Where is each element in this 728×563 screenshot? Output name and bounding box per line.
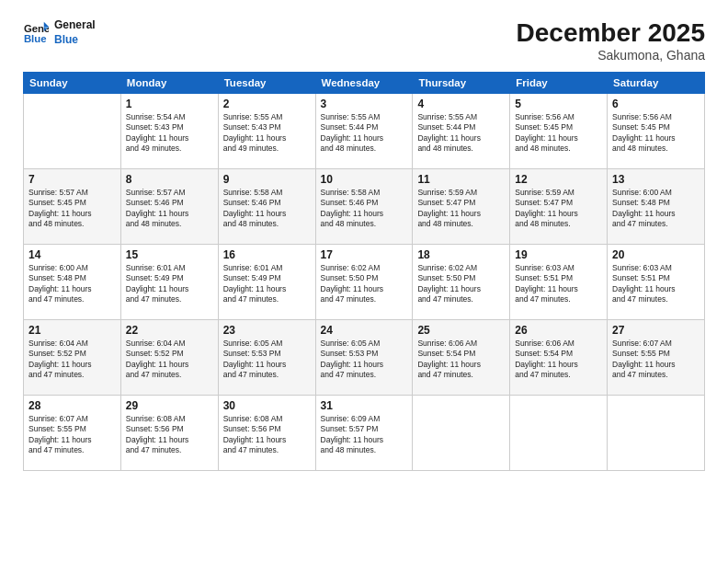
cell-info: Sunrise: 6:06 AM Sunset: 5:54 PM Dayligh…	[515, 339, 602, 381]
cell-info: Sunrise: 6:07 AM Sunset: 5:55 PM Dayligh…	[612, 339, 700, 381]
date-number: 6	[612, 98, 700, 110]
cell-info: Sunrise: 6:09 AM Sunset: 5:57 PM Dayligh…	[321, 414, 408, 456]
cell-info: Sunrise: 6:00 AM Sunset: 5:48 PM Dayligh…	[612, 188, 700, 230]
calendar-cell: 23Sunrise: 6:05 AM Sunset: 5:53 PM Dayli…	[218, 320, 315, 396]
cell-info: Sunrise: 6:03 AM Sunset: 5:51 PM Dayligh…	[612, 263, 700, 305]
logo-line1: General	[54, 18, 96, 33]
day-header-friday: Friday	[510, 73, 608, 94]
logo-icon: General Blue	[23, 20, 49, 46]
calendar-cell	[413, 396, 510, 471]
day-header-sunday: Sunday	[24, 73, 121, 94]
calendar-cell: 13Sunrise: 6:00 AM Sunset: 5:48 PM Dayli…	[608, 169, 705, 245]
calendar-cell: 31Sunrise: 6:09 AM Sunset: 5:57 PM Dayli…	[315, 396, 413, 471]
calendar-cell: 24Sunrise: 6:05 AM Sunset: 5:53 PM Dayli…	[315, 320, 413, 396]
cell-info: Sunrise: 5:54 AM Sunset: 5:43 PM Dayligh…	[126, 112, 213, 155]
date-number: 20	[612, 248, 700, 261]
date-number: 14	[28, 248, 116, 261]
cell-info: Sunrise: 6:02 AM Sunset: 5:50 PM Dayligh…	[321, 263, 408, 305]
calendar-week-4: 21Sunrise: 6:04 AM Sunset: 5:52 PM Dayli…	[24, 320, 705, 396]
date-number: 29	[126, 399, 213, 412]
date-number: 27	[612, 324, 700, 337]
title-block: December 2025 Sakumona, Ghana	[517, 18, 705, 63]
calendar-cell: 9Sunrise: 5:58 AM Sunset: 5:46 PM Daylig…	[218, 169, 315, 245]
cell-info: Sunrise: 6:07 AM Sunset: 5:55 PM Dayligh…	[28, 414, 116, 456]
calendar-cell: 21Sunrise: 6:04 AM Sunset: 5:52 PM Dayli…	[24, 320, 121, 396]
cell-info: Sunrise: 6:05 AM Sunset: 5:53 PM Dayligh…	[223, 339, 311, 381]
cell-info: Sunrise: 5:55 AM Sunset: 5:44 PM Dayligh…	[417, 112, 505, 155]
date-number: 12	[515, 173, 602, 186]
day-header-thursday: Thursday	[413, 73, 510, 94]
date-number: 15	[126, 248, 213, 261]
cell-info: Sunrise: 5:57 AM Sunset: 5:46 PM Dayligh…	[126, 188, 213, 230]
day-header-monday: Monday	[120, 73, 218, 94]
cell-info: Sunrise: 6:04 AM Sunset: 5:52 PM Dayligh…	[126, 339, 213, 381]
calendar-cell: 27Sunrise: 6:07 AM Sunset: 5:55 PM Dayli…	[608, 320, 705, 396]
calendar-cell: 10Sunrise: 5:58 AM Sunset: 5:46 PM Dayli…	[315, 169, 413, 245]
date-number: 16	[223, 248, 311, 261]
date-number: 31	[321, 399, 408, 412]
calendar-body: 1Sunrise: 5:54 AM Sunset: 5:43 PM Daylig…	[24, 94, 705, 471]
date-number: 4	[417, 98, 505, 110]
date-number: 19	[515, 248, 602, 261]
calendar-week-3: 14Sunrise: 6:00 AM Sunset: 5:48 PM Dayli…	[24, 245, 705, 320]
cell-info: Sunrise: 5:56 AM Sunset: 5:45 PM Dayligh…	[612, 112, 700, 155]
date-number: 2	[223, 98, 311, 110]
cell-info: Sunrise: 6:01 AM Sunset: 5:49 PM Dayligh…	[126, 263, 213, 305]
calendar-cell: 6Sunrise: 5:56 AM Sunset: 5:45 PM Daylig…	[608, 94, 705, 169]
cell-info: Sunrise: 6:04 AM Sunset: 5:52 PM Dayligh…	[28, 339, 116, 381]
calendar-cell: 4Sunrise: 5:55 AM Sunset: 5:44 PM Daylig…	[413, 94, 510, 169]
calendar-cell: 7Sunrise: 5:57 AM Sunset: 5:45 PM Daylig…	[24, 169, 121, 245]
cell-info: Sunrise: 6:02 AM Sunset: 5:50 PM Dayligh…	[417, 263, 505, 305]
cell-info: Sunrise: 5:58 AM Sunset: 5:46 PM Dayligh…	[321, 188, 408, 230]
calendar-cell: 14Sunrise: 6:00 AM Sunset: 5:48 PM Dayli…	[24, 245, 121, 320]
calendar-cell: 2Sunrise: 5:55 AM Sunset: 5:43 PM Daylig…	[218, 94, 315, 169]
date-number: 24	[321, 324, 408, 337]
logo-line2: Blue	[54, 33, 96, 48]
calendar-cell: 11Sunrise: 5:59 AM Sunset: 5:47 PM Dayli…	[413, 169, 510, 245]
location: Sakumona, Ghana	[517, 48, 705, 63]
calendar-table: SundayMondayTuesdayWednesdayThursdayFrid…	[23, 72, 705, 471]
logo: General Blue General Blue General Blue	[23, 18, 96, 47]
day-header-wednesday: Wednesday	[315, 73, 413, 94]
calendar-header-row: SundayMondayTuesdayWednesdayThursdayFrid…	[24, 73, 705, 94]
date-number: 10	[321, 173, 408, 186]
calendar-cell: 26Sunrise: 6:06 AM Sunset: 5:54 PM Dayli…	[510, 320, 608, 396]
cell-info: Sunrise: 5:55 AM Sunset: 5:44 PM Dayligh…	[321, 112, 408, 155]
calendar-cell: 25Sunrise: 6:06 AM Sunset: 5:54 PM Dayli…	[413, 320, 510, 396]
cell-info: Sunrise: 6:01 AM Sunset: 5:49 PM Dayligh…	[223, 263, 311, 305]
calendar-cell: 19Sunrise: 6:03 AM Sunset: 5:51 PM Dayli…	[510, 245, 608, 320]
date-number: 7	[28, 173, 116, 186]
date-number: 5	[515, 98, 602, 110]
cell-info: Sunrise: 5:55 AM Sunset: 5:43 PM Dayligh…	[223, 112, 311, 155]
calendar-cell: 28Sunrise: 6:07 AM Sunset: 5:55 PM Dayli…	[24, 396, 121, 471]
date-number: 13	[612, 173, 700, 186]
date-number: 26	[515, 324, 602, 337]
date-number: 3	[321, 98, 408, 110]
date-number: 11	[417, 173, 505, 186]
calendar-week-2: 7Sunrise: 5:57 AM Sunset: 5:45 PM Daylig…	[24, 169, 705, 245]
calendar-cell: 17Sunrise: 6:02 AM Sunset: 5:50 PM Dayli…	[315, 245, 413, 320]
date-number: 1	[126, 98, 213, 110]
cell-info: Sunrise: 5:57 AM Sunset: 5:45 PM Dayligh…	[28, 188, 116, 230]
date-number: 21	[28, 324, 116, 337]
calendar-cell: 1Sunrise: 5:54 AM Sunset: 5:43 PM Daylig…	[120, 94, 218, 169]
cell-info: Sunrise: 6:00 AM Sunset: 5:48 PM Dayligh…	[28, 263, 116, 305]
calendar-cell	[510, 396, 608, 471]
calendar-cell: 8Sunrise: 5:57 AM Sunset: 5:46 PM Daylig…	[120, 169, 218, 245]
cell-info: Sunrise: 6:08 AM Sunset: 5:56 PM Dayligh…	[126, 414, 213, 456]
calendar-cell: 20Sunrise: 6:03 AM Sunset: 5:51 PM Dayli…	[608, 245, 705, 320]
calendar-cell: 18Sunrise: 6:02 AM Sunset: 5:50 PM Dayli…	[413, 245, 510, 320]
svg-text:Blue: Blue	[24, 32, 47, 43]
date-number: 17	[321, 248, 408, 261]
cell-info: Sunrise: 5:59 AM Sunset: 5:47 PM Dayligh…	[515, 188, 602, 230]
calendar-cell: 29Sunrise: 6:08 AM Sunset: 5:56 PM Dayli…	[120, 396, 218, 471]
page: General Blue General Blue General Blue D…	[0, 0, 728, 563]
calendar-cell: 3Sunrise: 5:55 AM Sunset: 5:44 PM Daylig…	[315, 94, 413, 169]
cell-info: Sunrise: 6:03 AM Sunset: 5:51 PM Dayligh…	[515, 263, 602, 305]
cell-info: Sunrise: 5:58 AM Sunset: 5:46 PM Dayligh…	[223, 188, 311, 230]
day-header-saturday: Saturday	[608, 73, 705, 94]
month-title: December 2025	[517, 18, 705, 48]
calendar-cell: 12Sunrise: 5:59 AM Sunset: 5:47 PM Dayli…	[510, 169, 608, 245]
calendar-cell: 15Sunrise: 6:01 AM Sunset: 5:49 PM Dayli…	[120, 245, 218, 320]
date-number: 28	[28, 399, 116, 412]
